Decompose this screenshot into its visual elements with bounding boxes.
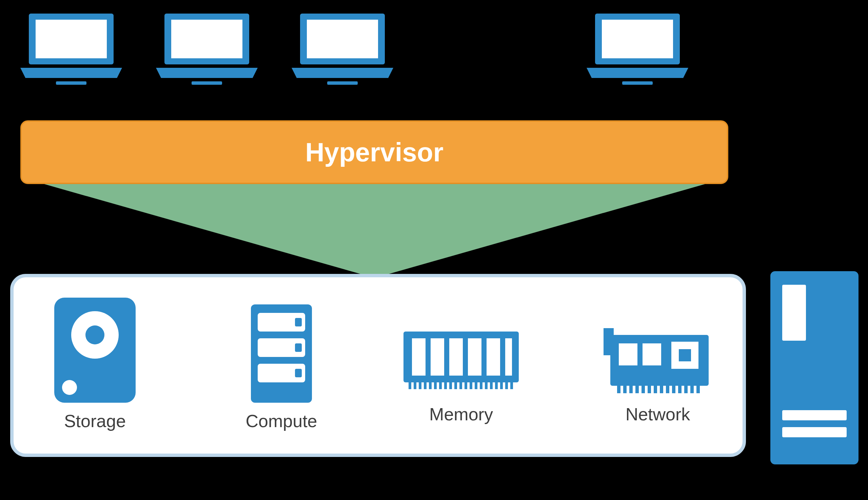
svg-rect-19 — [295, 318, 302, 327]
svg-rect-38 — [439, 382, 442, 389]
storage-icon — [41, 294, 149, 408]
svg-rect-55 — [619, 343, 638, 365]
svg-marker-12 — [41, 183, 709, 278]
svg-rect-8 — [327, 81, 358, 85]
svg-point-15 — [86, 326, 104, 344]
compute-label: Compute — [230, 411, 332, 431]
svg-rect-30 — [505, 338, 512, 376]
resource-memory: Memory — [397, 325, 526, 424]
svg-rect-21 — [295, 343, 302, 352]
svg-rect-45 — [475, 382, 477, 389]
hardware-pool: Storage Compute — [10, 274, 746, 457]
svg-rect-2 — [56, 81, 87, 85]
svg-rect-7 — [307, 20, 378, 58]
svg-rect-25 — [412, 338, 426, 376]
svg-rect-39 — [444, 382, 447, 389]
network-icon — [597, 325, 719, 401]
svg-rect-26 — [431, 338, 444, 376]
svg-rect-27 — [449, 338, 463, 376]
svg-rect-48 — [490, 382, 493, 389]
svg-rect-40 — [449, 382, 452, 389]
svg-rect-59 — [617, 386, 620, 393]
svg-rect-67 — [666, 386, 669, 393]
svg-rect-65 — [654, 386, 657, 393]
laptop-icon — [17, 10, 125, 88]
svg-rect-66 — [660, 386, 663, 393]
svg-rect-70 — [684, 386, 688, 393]
svg-rect-64 — [647, 386, 651, 393]
svg-rect-74 — [782, 285, 806, 341]
svg-rect-68 — [672, 386, 675, 393]
svg-rect-23 — [295, 369, 302, 377]
svg-rect-4 — [171, 20, 243, 58]
laptop-icon — [583, 10, 692, 88]
svg-rect-5 — [192, 81, 222, 85]
svg-rect-32 — [408, 382, 411, 389]
svg-rect-36 — [429, 382, 432, 389]
svg-rect-54 — [604, 328, 614, 355]
svg-rect-76 — [782, 427, 847, 437]
svg-rect-71 — [690, 386, 694, 393]
svg-rect-42 — [460, 382, 462, 389]
svg-rect-35 — [424, 382, 427, 389]
svg-rect-51 — [505, 382, 508, 389]
svg-rect-58 — [679, 349, 691, 361]
svg-rect-41 — [454, 382, 457, 389]
svg-rect-29 — [487, 338, 500, 376]
resource-storage: Storage — [41, 294, 149, 431]
svg-rect-63 — [642, 386, 645, 393]
funnel-connector — [20, 183, 729, 264]
svg-rect-52 — [510, 382, 513, 389]
svg-rect-46 — [480, 382, 483, 389]
svg-rect-44 — [470, 382, 472, 389]
svg-rect-61 — [629, 386, 633, 393]
svg-rect-37 — [434, 382, 437, 389]
svg-rect-75 — [782, 410, 847, 420]
svg-rect-69 — [678, 386, 681, 393]
laptop-icon — [153, 10, 261, 88]
storage-label: Storage — [41, 411, 149, 431]
svg-rect-49 — [495, 382, 498, 389]
svg-rect-1 — [36, 20, 107, 58]
svg-rect-60 — [623, 386, 627, 393]
svg-rect-43 — [464, 382, 467, 389]
svg-rect-56 — [643, 343, 661, 365]
svg-rect-50 — [500, 382, 503, 389]
network-label: Network — [597, 404, 719, 424]
memory-label: Memory — [397, 404, 526, 424]
svg-rect-47 — [485, 382, 487, 389]
svg-rect-33 — [414, 382, 416, 389]
svg-rect-72 — [697, 386, 700, 393]
memory-icon — [397, 325, 526, 401]
svg-rect-10 — [602, 20, 673, 58]
hypervisor-layer: Hypervisor — [20, 120, 728, 184]
svg-rect-11 — [622, 81, 653, 85]
resource-compute: Compute — [230, 301, 332, 431]
compute-icon — [230, 301, 332, 408]
resource-network: Network — [597, 325, 719, 424]
svg-rect-28 — [468, 338, 482, 376]
laptop-icon — [288, 10, 397, 88]
svg-rect-34 — [419, 382, 421, 389]
server-tower-icon — [767, 268, 862, 468]
svg-rect-62 — [635, 386, 639, 393]
svg-point-16 — [62, 380, 77, 395]
